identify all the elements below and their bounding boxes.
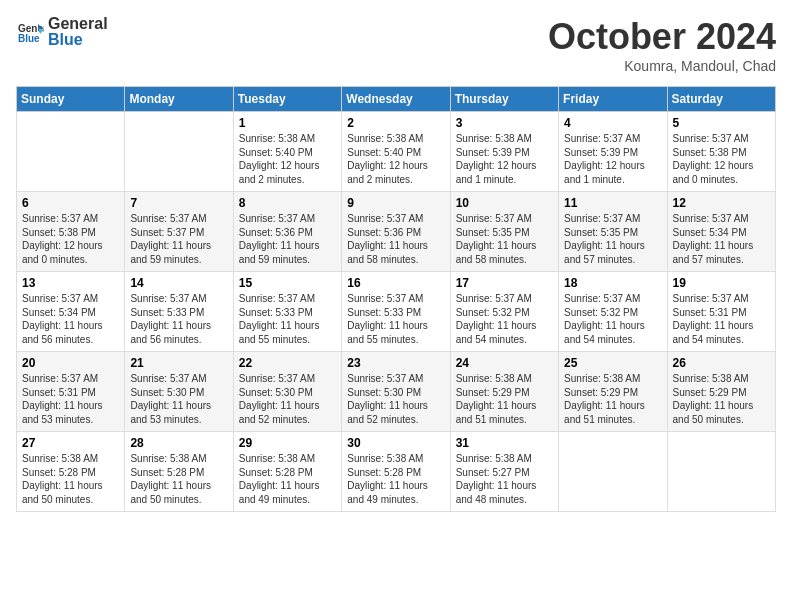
day-number: 5 xyxy=(673,116,770,130)
logo-icon: General Blue xyxy=(16,18,44,46)
day-info: Sunrise: 5:37 AM Sunset: 5:31 PM Dayligh… xyxy=(22,372,119,426)
day-cell: 16Sunrise: 5:37 AM Sunset: 5:33 PM Dayli… xyxy=(342,272,450,352)
day-cell: 1Sunrise: 5:38 AM Sunset: 5:40 PM Daylig… xyxy=(233,112,341,192)
day-info: Sunrise: 5:38 AM Sunset: 5:28 PM Dayligh… xyxy=(130,452,227,506)
day-info: Sunrise: 5:37 AM Sunset: 5:30 PM Dayligh… xyxy=(239,372,336,426)
header-day-monday: Monday xyxy=(125,87,233,112)
day-number: 4 xyxy=(564,116,661,130)
day-cell: 11Sunrise: 5:37 AM Sunset: 5:35 PM Dayli… xyxy=(559,192,667,272)
day-cell xyxy=(667,432,775,512)
day-cell: 24Sunrise: 5:38 AM Sunset: 5:29 PM Dayli… xyxy=(450,352,558,432)
header-day-thursday: Thursday xyxy=(450,87,558,112)
header-row: SundayMondayTuesdayWednesdayThursdayFrid… xyxy=(17,87,776,112)
day-cell: 30Sunrise: 5:38 AM Sunset: 5:28 PM Dayli… xyxy=(342,432,450,512)
day-info: Sunrise: 5:37 AM Sunset: 5:38 PM Dayligh… xyxy=(22,212,119,266)
day-cell: 28Sunrise: 5:38 AM Sunset: 5:28 PM Dayli… xyxy=(125,432,233,512)
day-info: Sunrise: 5:37 AM Sunset: 5:34 PM Dayligh… xyxy=(673,212,770,266)
day-number: 12 xyxy=(673,196,770,210)
week-row-4: 20Sunrise: 5:37 AM Sunset: 5:31 PM Dayli… xyxy=(17,352,776,432)
day-info: Sunrise: 5:38 AM Sunset: 5:28 PM Dayligh… xyxy=(239,452,336,506)
day-info: Sunrise: 5:37 AM Sunset: 5:36 PM Dayligh… xyxy=(239,212,336,266)
day-cell: 12Sunrise: 5:37 AM Sunset: 5:34 PM Dayli… xyxy=(667,192,775,272)
day-cell: 13Sunrise: 5:37 AM Sunset: 5:34 PM Dayli… xyxy=(17,272,125,352)
day-info: Sunrise: 5:38 AM Sunset: 5:29 PM Dayligh… xyxy=(673,372,770,426)
month-title: October 2024 xyxy=(548,16,776,58)
day-number: 29 xyxy=(239,436,336,450)
day-cell: 21Sunrise: 5:37 AM Sunset: 5:30 PM Dayli… xyxy=(125,352,233,432)
day-number: 6 xyxy=(22,196,119,210)
day-info: Sunrise: 5:37 AM Sunset: 5:39 PM Dayligh… xyxy=(564,132,661,186)
day-cell: 9Sunrise: 5:37 AM Sunset: 5:36 PM Daylig… xyxy=(342,192,450,272)
day-number: 9 xyxy=(347,196,444,210)
day-cell: 20Sunrise: 5:37 AM Sunset: 5:31 PM Dayli… xyxy=(17,352,125,432)
day-cell: 2Sunrise: 5:38 AM Sunset: 5:40 PM Daylig… xyxy=(342,112,450,192)
week-row-1: 1Sunrise: 5:38 AM Sunset: 5:40 PM Daylig… xyxy=(17,112,776,192)
day-info: Sunrise: 5:38 AM Sunset: 5:29 PM Dayligh… xyxy=(456,372,553,426)
day-info: Sunrise: 5:37 AM Sunset: 5:32 PM Dayligh… xyxy=(564,292,661,346)
day-info: Sunrise: 5:37 AM Sunset: 5:36 PM Dayligh… xyxy=(347,212,444,266)
logo: General Blue General Blue xyxy=(16,16,108,48)
day-info: Sunrise: 5:37 AM Sunset: 5:33 PM Dayligh… xyxy=(347,292,444,346)
day-number: 18 xyxy=(564,276,661,290)
day-info: Sunrise: 5:38 AM Sunset: 5:29 PM Dayligh… xyxy=(564,372,661,426)
day-number: 20 xyxy=(22,356,119,370)
day-info: Sunrise: 5:37 AM Sunset: 5:35 PM Dayligh… xyxy=(564,212,661,266)
day-number: 31 xyxy=(456,436,553,450)
day-number: 30 xyxy=(347,436,444,450)
day-info: Sunrise: 5:37 AM Sunset: 5:34 PM Dayligh… xyxy=(22,292,119,346)
day-cell: 7Sunrise: 5:37 AM Sunset: 5:37 PM Daylig… xyxy=(125,192,233,272)
day-number: 27 xyxy=(22,436,119,450)
day-cell: 19Sunrise: 5:37 AM Sunset: 5:31 PM Dayli… xyxy=(667,272,775,352)
day-number: 22 xyxy=(239,356,336,370)
day-cell: 4Sunrise: 5:37 AM Sunset: 5:39 PM Daylig… xyxy=(559,112,667,192)
logo-text-blue: Blue xyxy=(48,32,108,48)
svg-text:Blue: Blue xyxy=(18,33,40,44)
day-info: Sunrise: 5:37 AM Sunset: 5:33 PM Dayligh… xyxy=(239,292,336,346)
day-cell: 15Sunrise: 5:37 AM Sunset: 5:33 PM Dayli… xyxy=(233,272,341,352)
day-cell: 26Sunrise: 5:38 AM Sunset: 5:29 PM Dayli… xyxy=(667,352,775,432)
day-cell xyxy=(17,112,125,192)
day-info: Sunrise: 5:38 AM Sunset: 5:28 PM Dayligh… xyxy=(347,452,444,506)
page-header: General Blue General Blue October 2024 K… xyxy=(16,16,776,74)
day-cell: 18Sunrise: 5:37 AM Sunset: 5:32 PM Dayli… xyxy=(559,272,667,352)
day-info: Sunrise: 5:38 AM Sunset: 5:40 PM Dayligh… xyxy=(239,132,336,186)
day-cell: 5Sunrise: 5:37 AM Sunset: 5:38 PM Daylig… xyxy=(667,112,775,192)
day-info: Sunrise: 5:38 AM Sunset: 5:28 PM Dayligh… xyxy=(22,452,119,506)
title-block: October 2024 Koumra, Mandoul, Chad xyxy=(548,16,776,74)
day-number: 16 xyxy=(347,276,444,290)
day-cell: 27Sunrise: 5:38 AM Sunset: 5:28 PM Dayli… xyxy=(17,432,125,512)
calendar-table: SundayMondayTuesdayWednesdayThursdayFrid… xyxy=(16,86,776,512)
day-cell: 17Sunrise: 5:37 AM Sunset: 5:32 PM Dayli… xyxy=(450,272,558,352)
day-cell: 3Sunrise: 5:38 AM Sunset: 5:39 PM Daylig… xyxy=(450,112,558,192)
day-info: Sunrise: 5:38 AM Sunset: 5:39 PM Dayligh… xyxy=(456,132,553,186)
day-number: 24 xyxy=(456,356,553,370)
week-row-5: 27Sunrise: 5:38 AM Sunset: 5:28 PM Dayli… xyxy=(17,432,776,512)
day-info: Sunrise: 5:37 AM Sunset: 5:33 PM Dayligh… xyxy=(130,292,227,346)
day-info: Sunrise: 5:37 AM Sunset: 5:31 PM Dayligh… xyxy=(673,292,770,346)
day-number: 17 xyxy=(456,276,553,290)
day-number: 13 xyxy=(22,276,119,290)
day-number: 28 xyxy=(130,436,227,450)
day-info: Sunrise: 5:37 AM Sunset: 5:30 PM Dayligh… xyxy=(130,372,227,426)
logo-text-general: General xyxy=(48,16,108,32)
week-row-3: 13Sunrise: 5:37 AM Sunset: 5:34 PM Dayli… xyxy=(17,272,776,352)
day-cell: 23Sunrise: 5:37 AM Sunset: 5:30 PM Dayli… xyxy=(342,352,450,432)
day-number: 26 xyxy=(673,356,770,370)
day-cell xyxy=(559,432,667,512)
header-day-saturday: Saturday xyxy=(667,87,775,112)
day-info: Sunrise: 5:37 AM Sunset: 5:30 PM Dayligh… xyxy=(347,372,444,426)
day-number: 10 xyxy=(456,196,553,210)
day-cell: 14Sunrise: 5:37 AM Sunset: 5:33 PM Dayli… xyxy=(125,272,233,352)
day-cell: 31Sunrise: 5:38 AM Sunset: 5:27 PM Dayli… xyxy=(450,432,558,512)
location: Koumra, Mandoul, Chad xyxy=(548,58,776,74)
week-row-2: 6Sunrise: 5:37 AM Sunset: 5:38 PM Daylig… xyxy=(17,192,776,272)
day-number: 3 xyxy=(456,116,553,130)
day-cell: 8Sunrise: 5:37 AM Sunset: 5:36 PM Daylig… xyxy=(233,192,341,272)
day-number: 25 xyxy=(564,356,661,370)
day-info: Sunrise: 5:37 AM Sunset: 5:37 PM Dayligh… xyxy=(130,212,227,266)
header-day-tuesday: Tuesday xyxy=(233,87,341,112)
day-number: 15 xyxy=(239,276,336,290)
day-cell: 29Sunrise: 5:38 AM Sunset: 5:28 PM Dayli… xyxy=(233,432,341,512)
header-day-friday: Friday xyxy=(559,87,667,112)
day-info: Sunrise: 5:37 AM Sunset: 5:38 PM Dayligh… xyxy=(673,132,770,186)
